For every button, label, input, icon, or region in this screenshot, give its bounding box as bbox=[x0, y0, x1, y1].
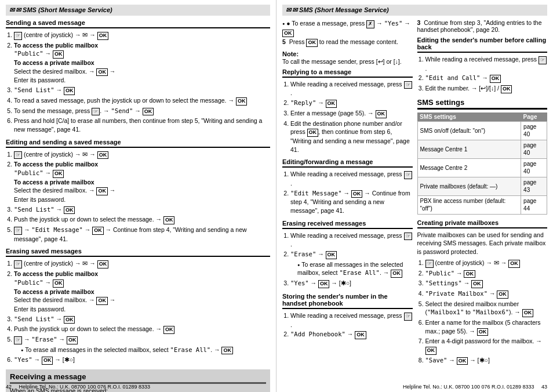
note-text: To call the message sender, press [↩] or… bbox=[282, 57, 413, 66]
list-item: While reading a received message, press … bbox=[425, 55, 548, 72]
sending-title: Sending a saved message bbox=[6, 19, 270, 28]
editing-forwarding-steps: While reading a received message, press … bbox=[282, 170, 413, 215]
table-row: SMS on/off (default: "on") page 40 bbox=[417, 121, 547, 140]
creating-private-section: Creating private mailboxes Private mailb… bbox=[417, 219, 548, 365]
list-item: To send the message, press ☞. → "Send" →… bbox=[14, 107, 270, 116]
list-item: "Save" → OK → [✱○] bbox=[425, 356, 548, 365]
list-item: Edit the number. → [↩]/[↓] / OK bbox=[425, 84, 548, 93]
erasing-saved-steps: ☞ (centre of joystick) → ✉ → OK To acces… bbox=[6, 259, 270, 365]
replying-section: Replying to a message While reading a re… bbox=[282, 68, 413, 154]
editing-sender-steps: While reading a received message, press … bbox=[417, 55, 548, 93]
list-item: Enter a 4-digit password for the mailbox… bbox=[425, 337, 548, 354]
note-section: Note: To call the message sender, press … bbox=[282, 50, 413, 66]
editing-saving-steps: ☞ (centre of joystick) → ✉ → OK To acces… bbox=[6, 150, 270, 244]
list-item: Enter a message (page 55). → OK bbox=[290, 109, 413, 118]
table-header-page: Page bbox=[521, 112, 547, 122]
table-row: Message Centre 1 page 40 bbox=[417, 140, 547, 158]
list-item: "Reply" → OK bbox=[290, 99, 413, 108]
list-item: "Private Mailbox" → OK bbox=[425, 289, 548, 299]
storing-sender-title: Storing the sender's number in the hands… bbox=[282, 293, 413, 309]
list-item: To access the public mailbox "Public" → … bbox=[14, 41, 270, 85]
continue-from-3: 3 Continue from step 3, "Adding entries … bbox=[417, 19, 548, 33]
list-item: To access the public mailbox "Public" → … bbox=[14, 270, 270, 313]
editing-saving-section: Editing and sending a saved message ☞ (c… bbox=[6, 139, 270, 244]
list-item: To access the public mailbox "Public" → … bbox=[14, 160, 270, 204]
table-header-setting: SMS settings bbox=[417, 112, 521, 122]
right-footer-text: Helpline Tel. No.: U.K. 08700 100 076 R.… bbox=[403, 384, 534, 390]
list-item: Edit the destination phone number and/or… bbox=[290, 119, 413, 154]
editing-sender-section: Editing the sender's number before calli… bbox=[417, 37, 548, 93]
list-item: "Settings" → OK bbox=[425, 279, 548, 288]
erasing-saved-title: Erasing saved messages bbox=[6, 248, 270, 257]
creating-private-steps: ☞ (centre of joystick) → ✉ → OK "Public"… bbox=[417, 259, 548, 365]
list-item: To read a saved message, push the joysti… bbox=[14, 96, 270, 106]
list-item: "Edit Message" → OK → Continue from step… bbox=[290, 189, 413, 215]
replying-title: Replying to a message bbox=[282, 68, 413, 78]
envelope-icon-right: ✉ bbox=[286, 6, 291, 14]
table-cell: page 40 bbox=[521, 158, 547, 177]
erasing-received-title: Erasing received messages bbox=[282, 220, 413, 229]
creating-private-intro: Private mailboxes can be used for sendin… bbox=[417, 231, 548, 256]
creating-private-title: Creating private mailboxes bbox=[417, 219, 548, 228]
list-item: "Edit and Call" → OK bbox=[425, 74, 548, 83]
table-row: PBX line access number (default: "off") … bbox=[417, 195, 547, 214]
table-cell: Message Centre 1 bbox=[417, 140, 521, 158]
table-cell: page 40 bbox=[521, 121, 547, 140]
list-item: Enter a name for the mailbox (5 characte… bbox=[425, 318, 548, 336]
left-header-title: ✉ SMS (Short Message Service) bbox=[16, 6, 112, 14]
list-item: "Send List" → OK bbox=[14, 86, 270, 95]
table-cell: page 40 bbox=[521, 140, 547, 158]
editing-sender-title: Editing the sender's number before calli… bbox=[417, 37, 548, 53]
list-item: ☞ (centre of joystick) → ✉ → OK bbox=[14, 31, 270, 40]
right-page-number: 43 bbox=[541, 384, 547, 390]
list-item: "Yes" → OK → [✱○] bbox=[290, 279, 413, 288]
list-item: "Send List" → OK bbox=[14, 205, 270, 215]
sms-settings-title: SMS settings bbox=[417, 98, 548, 110]
storing-sender-section: Storing the sender's number in the hands… bbox=[282, 293, 413, 339]
list-item: ● To erase a message, press ✗ → "Yes" → … bbox=[282, 19, 413, 37]
list-item: ☞ → "Erase" → OK To erase all messages i… bbox=[14, 335, 270, 354]
list-item: "Send List" → OK bbox=[14, 315, 270, 324]
table-cell: Message Centre 2 bbox=[417, 158, 521, 177]
storing-sender-steps: While reading a received message, press … bbox=[282, 311, 413, 339]
list-item: ☞ (centre of joystick) → ✉ → OK bbox=[14, 150, 270, 159]
replying-steps: While reading a received message, press … bbox=[282, 80, 413, 154]
left-page-number: 42 bbox=[6, 384, 12, 390]
list-item: Push the joystick up or down to select t… bbox=[14, 325, 270, 334]
table-row: Message Centre 2 page 40 bbox=[417, 158, 547, 177]
sms-settings-section: SMS settings SMS settings Page SMS on/of… bbox=[417, 98, 548, 215]
sending-steps: ☞ (centre of joystick) → ✉ → OK To acces… bbox=[6, 31, 270, 134]
list-item: "Erase" → OK To erase all messages in th… bbox=[290, 250, 413, 278]
left-page-header: ✉ ✉ SMS (Short Message Service) bbox=[6, 5, 270, 16]
list-item: "Add Phonebook" → OK bbox=[290, 330, 413, 339]
list-item: To erase all messages in the selected ma… bbox=[21, 346, 270, 355]
erasing-saved-section: Erasing saved messages ☞ (centre of joys… bbox=[6, 248, 270, 365]
sms-settings-table: SMS settings Page SMS on/off (default: "… bbox=[417, 112, 548, 215]
right-footer: Helpline Tel. No.: U.K. 08700 100 076 R.… bbox=[403, 384, 547, 390]
right-col-right: 3 Continue from step 3, "Adding entries … bbox=[417, 19, 548, 369]
sending-section: Sending a saved message ☞ (centre of joy… bbox=[6, 19, 270, 134]
table-cell: Private mailboxes (default: —) bbox=[417, 177, 521, 195]
erasing-received-steps: While reading a received message, press … bbox=[282, 231, 413, 288]
table-row: Private mailboxes (default: —) page 43 bbox=[417, 177, 547, 195]
receiving-title: Receiving a message bbox=[10, 372, 266, 384]
list-item: ☞ (centre of joystick) → ✉ → OK bbox=[425, 259, 548, 268]
list-item: While reading a received message, press … bbox=[290, 170, 413, 187]
list-item: While reading a received message, press … bbox=[290, 231, 413, 249]
table-cell: SMS on/off (default: "on") bbox=[417, 121, 521, 140]
editing-forwarding-title: Editing/forwarding a message bbox=[282, 158, 413, 168]
right-page-header: ✉ ✉ SMS (Short Message Service) bbox=[282, 5, 547, 16]
right-columns: ● To erase a message, press ✗ → "Yes" → … bbox=[282, 19, 547, 369]
right-header-title: ✉ SMS (Short Message Service) bbox=[292, 6, 389, 14]
table-cell: page 43 bbox=[521, 177, 547, 195]
list-item: While reading a received message, press … bbox=[290, 311, 413, 329]
envelope-icon: ✉ bbox=[9, 6, 14, 14]
table-cell: page 44 bbox=[521, 195, 547, 214]
list-item: "Public" → OK bbox=[425, 269, 548, 278]
step5-reading: 5 Press OK to read the message content. bbox=[282, 38, 413, 47]
list-item: Push the joystick up or down to select t… bbox=[14, 215, 270, 224]
list-item: While reading a received message, press … bbox=[290, 80, 413, 97]
list-item: Select the desired mailbox number ("Mail… bbox=[425, 300, 548, 317]
list-item: Press and hold [C/a] to erase all number… bbox=[14, 117, 270, 133]
list-item: "Yes" → OK → [✱○] bbox=[14, 355, 270, 365]
